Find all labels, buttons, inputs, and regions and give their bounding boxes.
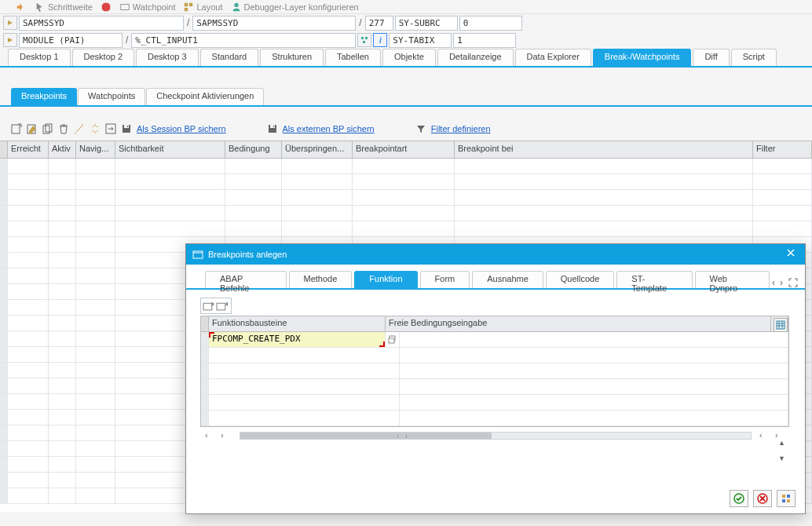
sub-tab-breakpoints[interactable]: Breakpoints	[11, 88, 77, 105]
toolbar-debugger-layer[interactable]: Debugger-Layer konfigurieren	[231, 2, 359, 13]
dlg-grid-row[interactable]	[201, 363, 788, 379]
scroll-right-icon[interactable]: ‹	[759, 430, 770, 441]
expand-icon[interactable]	[788, 277, 799, 288]
dlg-tab-funktion[interactable]: Funktion	[354, 271, 417, 288]
wand-icon[interactable]	[74, 123, 85, 134]
col-breakpoint-bei[interactable]: Breakpoint bei	[455, 141, 753, 158]
col-breakpointart[interactable]: Breakpointart	[353, 141, 455, 158]
tab-desktop-1[interactable]: Desktop 1	[8, 49, 71, 66]
f4-help-button[interactable]	[386, 332, 400, 347]
tree-button[interactable]	[357, 33, 371, 47]
tab-standard[interactable]: Standard	[200, 49, 259, 66]
sub-tab-checkpoint[interactable]: Checkpoint Aktivierungen	[146, 88, 264, 105]
col-erreicht[interactable]: Erreicht	[8, 141, 49, 158]
scrollbar-track[interactable]	[240, 432, 752, 440]
app-toolbar: Schrittweite Watchpoint Layout Debugger-…	[0, 0, 812, 14]
program-field-2[interactable]	[192, 16, 356, 31]
scrollbar-thumb[interactable]	[240, 433, 492, 439]
tab-desktop-3[interactable]: Desktop 3	[136, 49, 199, 66]
dlg-tab-web-dynpro[interactable]: Web Dynpro	[695, 271, 770, 288]
subrc-value[interactable]	[459, 16, 522, 31]
toolbar-schrittweite[interactable]: Schrittweite	[35, 2, 93, 13]
col-aktiv[interactable]: Aktiv	[49, 141, 76, 158]
cancel-button[interactable]	[753, 490, 772, 507]
copy-icon[interactable]	[42, 123, 53, 134]
row-selector[interactable]	[201, 332, 209, 347]
tab-break-watchpoints[interactable]: Break-/Watchpoints	[593, 49, 692, 66]
tab-script[interactable]: Script	[731, 49, 777, 66]
filter-icon[interactable]	[415, 123, 426, 134]
sparkle-icon[interactable]	[90, 123, 101, 134]
program-field-1[interactable]	[19, 16, 184, 31]
new-icon[interactable]	[11, 123, 22, 134]
dlg-tab-ausnahme[interactable]: Ausnahme	[472, 271, 543, 288]
dialog-mini-toolbar	[200, 298, 232, 314]
tab-scroll-left-icon[interactable]: ‹	[772, 277, 775, 288]
dialog-title-bar[interactable]: Breakpoints anlegen	[186, 244, 805, 265]
filter-define-link[interactable]: Filter definieren	[431, 124, 491, 133]
toggle-button[interactable]	[3, 33, 17, 47]
tab-desktop-2[interactable]: Desktop 2	[72, 49, 135, 66]
condition-cell[interactable]	[400, 332, 788, 347]
dlg-tab-form[interactable]: Form	[420, 271, 470, 288]
change-icon[interactable]	[27, 123, 38, 134]
dlg-tab-st-template[interactable]: ST-Template	[616, 271, 692, 288]
dlg-horizontal-scroll[interactable]: ‹ › ‹ ›	[205, 430, 786, 441]
save-icon[interactable]	[267, 123, 278, 134]
dlg-grid-row[interactable]	[201, 395, 788, 411]
dlg-vertical-scroll[interactable]: ▲ ▼	[778, 439, 789, 466]
dlg-tab-methode[interactable]: Methode	[289, 271, 353, 288]
col-funktionsbausteine[interactable]: Funktionsbausteine	[209, 316, 386, 331]
toggle-button[interactable]	[3, 16, 17, 30]
ctl-field[interactable]	[131, 33, 356, 48]
col-freie-bedingung[interactable]: Freie Bedingungseingabe	[386, 316, 771, 331]
header-row-2: / i	[0, 31, 812, 49]
dlg-grid-row[interactable]	[201, 411, 788, 426]
info-icon: i	[379, 36, 382, 45]
tab-objekte[interactable]: Objekte	[382, 49, 436, 66]
info-button[interactable]: i	[373, 33, 387, 47]
scroll-first-icon[interactable]: ‹	[205, 430, 216, 441]
sub-tab-watchpoints[interactable]: Watchpoints	[78, 88, 145, 105]
delete-icon[interactable]	[58, 123, 69, 134]
save-extern-bp-link[interactable]: Als externen BP sichern	[283, 124, 375, 133]
tab-detailanzeige[interactable]: Detailanzeige	[437, 49, 514, 66]
dlg-grid-row[interactable]	[201, 348, 788, 363]
dlg-grid-row[interactable]: FPCOMP_CREATE_PDX	[201, 332, 788, 348]
tab-diff[interactable]: Diff	[693, 49, 729, 66]
goto-icon[interactable]	[105, 123, 116, 134]
line-field[interactable]	[365, 16, 393, 31]
toolbar-watchpoint[interactable]: Watchpoint	[119, 2, 176, 13]
dialog-close-button[interactable]	[786, 247, 800, 261]
col-navig[interactable]: Navig...	[76, 141, 115, 158]
tab-scroll-right-icon[interactable]: ›	[780, 277, 783, 288]
delete-row-icon[interactable]	[216, 300, 228, 312]
scroll-up-icon[interactable]: ▲	[778, 439, 789, 450]
toolbar-stop[interactable]	[101, 2, 112, 13]
tab-data-explorer[interactable]: Data Explorer	[515, 49, 591, 66]
options-button[interactable]	[777, 490, 796, 507]
scroll-left-icon[interactable]: ›	[221, 430, 232, 441]
function-module-cell[interactable]: FPCOMP_CREATE_PDX	[209, 332, 386, 347]
insert-row-icon[interactable]	[203, 300, 214, 312]
col-sichtbarkeit[interactable]: Sichtbarkeit	[115, 141, 225, 158]
toolbar-item[interactable]	[16, 2, 27, 13]
grid-settings-button[interactable]	[774, 318, 788, 332]
dlg-tab-abap[interactable]: ABAP Befehle	[205, 271, 287, 288]
dlg-tab-quellcode[interactable]: Quellcode	[546, 271, 615, 288]
dlg-grid-row[interactable]	[201, 379, 788, 395]
tabix-value[interactable]	[453, 33, 516, 48]
tab-tabellen[interactable]: Tabellen	[325, 49, 381, 66]
col-bedingung[interactable]: Bedingung	[225, 141, 282, 158]
col-filter[interactable]: Filter	[753, 141, 812, 158]
subrc-label	[395, 16, 458, 31]
ok-button[interactable]	[730, 490, 748, 507]
toolbar-layout[interactable]: Layout	[183, 2, 222, 13]
module-field[interactable]	[19, 33, 123, 48]
scroll-down-icon[interactable]: ▼	[778, 455, 789, 466]
col-ueberspringen[interactable]: Überspringen...	[282, 141, 353, 158]
svg-rect-22	[782, 495, 785, 498]
tab-strukturen[interactable]: Strukturen	[260, 49, 324, 66]
save-session-bp-link[interactable]: Als Session BP sichern	[137, 124, 226, 133]
save-icon[interactable]	[121, 123, 132, 134]
